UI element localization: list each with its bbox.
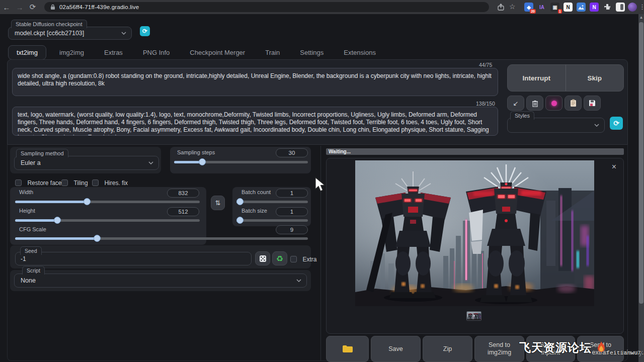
negative-token-counter: 138/150 bbox=[476, 101, 495, 107]
zip-button[interactable]: Zip bbox=[423, 336, 472, 362]
ext-notion-icon[interactable]: N bbox=[564, 3, 573, 12]
lock-icon bbox=[50, 4, 55, 10]
prompt-input[interactable]: wide shot angle, a (gundam:0.8) robot st… bbox=[12, 68, 498, 96]
browser-menu-icon[interactable]: ⋮ bbox=[639, 3, 644, 11]
tab-extensions[interactable]: Extensions bbox=[337, 46, 383, 59]
extensions-puzzle-icon[interactable] bbox=[603, 3, 612, 12]
batch-count-value[interactable] bbox=[276, 189, 308, 198]
clipboard-icon bbox=[570, 99, 577, 107]
ext-pin-icon[interactable]: ◆ 20 bbox=[524, 3, 533, 12]
restore-faces-label: Restore faces bbox=[27, 179, 64, 187]
refresh-icon: ⟳ bbox=[142, 28, 147, 35]
forward-icon[interactable]: → bbox=[13, 3, 26, 12]
hires-fix-label: Hires. fix bbox=[104, 179, 128, 187]
tab-png-info[interactable]: PNG Info bbox=[136, 46, 177, 59]
profile-avatar[interactable] bbox=[628, 3, 637, 12]
sampling-method-value: Euler a bbox=[21, 159, 41, 166]
reuse-seed-button[interactable]: ♻ bbox=[272, 251, 287, 265]
checkbox-box[interactable] bbox=[290, 256, 297, 262]
trash-icon bbox=[532, 100, 538, 107]
interrupt-button[interactable]: Interrupt bbox=[508, 65, 566, 91]
tab-train[interactable]: Train bbox=[258, 46, 287, 59]
ext-purple-icon[interactable]: N bbox=[590, 3, 599, 12]
swap-dimensions-button[interactable]: ⇅ bbox=[211, 196, 225, 210]
progress-status-text: Waiting... bbox=[329, 149, 351, 154]
batch-size-slider[interactable] bbox=[236, 217, 308, 224]
generated-image[interactable] bbox=[355, 160, 594, 306]
height-value[interactable] bbox=[167, 207, 199, 216]
bookmark-star-icon[interactable]: ☆ bbox=[509, 3, 516, 11]
main-tabs: txt2img img2img Extras PNG Info Checkpoi… bbox=[8, 45, 389, 60]
batch-count-slider[interactable] bbox=[236, 198, 308, 205]
ext-sidebar-icon[interactable] bbox=[616, 3, 625, 12]
seed-input[interactable] bbox=[15, 252, 252, 265]
dice-icon bbox=[259, 255, 267, 262]
recycle-icon: ♻ bbox=[276, 254, 283, 263]
paste-params-button[interactable]: ↙ bbox=[507, 96, 524, 111]
script-value: None bbox=[21, 277, 36, 284]
save-button[interactable]: Save bbox=[371, 336, 421, 362]
width-value[interactable] bbox=[167, 189, 199, 198]
checkpoint-label: Stable Diffusion checkpoint bbox=[11, 20, 87, 28]
clear-prompt-button[interactable] bbox=[526, 96, 543, 111]
send-to-img2img-button[interactable]: Send to img2img bbox=[474, 336, 524, 362]
share-icon[interactable] bbox=[497, 4, 505, 11]
tiling-checkbox[interactable]: Tiling bbox=[61, 178, 88, 187]
width-slider[interactable] bbox=[15, 198, 200, 205]
flame-icon bbox=[595, 341, 608, 355]
styles-refresh-button[interactable]: ⟳ bbox=[610, 117, 623, 130]
random-seed-button[interactable] bbox=[255, 251, 270, 265]
sampling-steps-value[interactable] bbox=[276, 148, 308, 157]
batch-size-value[interactable] bbox=[276, 207, 308, 216]
hires-fix-checkbox[interactable]: Hires. fix bbox=[92, 178, 128, 187]
url-text: 02a56ff4-71ff-439e.gradio.live bbox=[59, 4, 139, 10]
extra-networks-button[interactable] bbox=[545, 96, 562, 111]
gallery-thumbnail[interactable] bbox=[466, 311, 481, 321]
swap-icon: ⇅ bbox=[215, 199, 221, 207]
back-icon[interactable]: ← bbox=[0, 3, 13, 12]
open-folder-button[interactable] bbox=[326, 336, 369, 362]
address-bar[interactable]: 02a56ff4-71ff-439e.gradio.live bbox=[44, 2, 489, 12]
prompt-token-counter: 44/75 bbox=[479, 62, 492, 68]
reload-icon[interactable]: ⟳ bbox=[26, 3, 39, 12]
height-slider[interactable] bbox=[15, 217, 200, 224]
apply-style-button[interactable] bbox=[565, 96, 582, 111]
height-label: Height bbox=[19, 208, 35, 214]
extra-label: Extra bbox=[302, 256, 316, 263]
save-style-button[interactable] bbox=[584, 96, 601, 111]
restore-faces-checkbox[interactable]: Restore faces bbox=[15, 178, 65, 187]
ext-image-icon[interactable] bbox=[577, 3, 586, 12]
ext-chat-icon[interactable]: ▣ 1 bbox=[550, 3, 559, 12]
checkbox-box[interactable] bbox=[61, 179, 68, 186]
styles-label: Styles bbox=[510, 111, 534, 120]
tab-settings[interactable]: Settings bbox=[293, 46, 331, 59]
progress-bar: Waiting... bbox=[326, 148, 624, 155]
chevron-down-icon bbox=[594, 124, 599, 127]
tab-img2img[interactable]: img2img bbox=[52, 46, 91, 59]
styles-dropdown[interactable] bbox=[507, 118, 605, 133]
checkpoint-dropdown[interactable]: model.ckpt [cc6cb27103] bbox=[8, 27, 132, 40]
skip-button[interactable]: Skip bbox=[566, 65, 624, 91]
browser-toolbar: ← → ⟳ 02a56ff4-71ff-439e.gradio.live ☆ ◆… bbox=[0, 0, 644, 14]
stable-diffusion-webui: ← → ⟳ 02a56ff4-71ff-439e.gradio.live ☆ ◆… bbox=[0, 0, 644, 362]
scroll-up-arrow[interactable]: ▲ bbox=[638, 15, 644, 20]
negative-prompt-input[interactable]: text, logo, watermark, (worst quality, l… bbox=[12, 107, 498, 136]
chevron-down-icon bbox=[296, 279, 301, 282]
tab-txt2img[interactable]: txt2img bbox=[8, 45, 46, 60]
sampling-method-dropdown[interactable]: Euler a bbox=[14, 156, 159, 170]
mouse-cursor bbox=[315, 177, 325, 192]
sampling-steps-slider[interactable] bbox=[174, 158, 308, 165]
ext-ia-icon[interactable]: IA bbox=[537, 3, 546, 12]
tab-checkpoint-merger[interactable]: Checkpoint Merger bbox=[183, 46, 252, 59]
checkbox-box[interactable] bbox=[15, 179, 22, 186]
tab-extras[interactable]: Extras bbox=[97, 46, 130, 59]
cfg-scale-slider[interactable] bbox=[15, 235, 308, 242]
script-dropdown[interactable]: None bbox=[14, 274, 307, 288]
close-gallery-icon[interactable]: × bbox=[612, 162, 616, 171]
extra-seed-checkbox[interactable]: Extra bbox=[290, 254, 316, 263]
checkpoint-refresh-button[interactable]: ⟳ bbox=[140, 26, 150, 36]
scrollbar-thumb[interactable] bbox=[639, 22, 643, 304]
checkbox-box[interactable] bbox=[92, 179, 99, 186]
cfg-scale-value[interactable] bbox=[276, 225, 308, 234]
page-scrollbar[interactable]: ▲ bbox=[638, 14, 644, 362]
